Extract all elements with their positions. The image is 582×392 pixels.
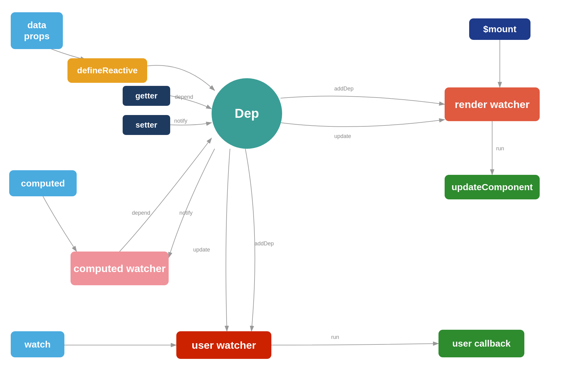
watch-label: watch <box>25 339 51 350</box>
getter-label: getter <box>135 91 157 101</box>
watch-node: watch <box>11 331 64 357</box>
computed-watcher-label: computed watcher <box>74 263 166 275</box>
mount-label: $mount <box>483 24 516 34</box>
dep-label: Dep <box>235 106 259 121</box>
user-watcher-label: user watcher <box>192 339 256 351</box>
computed-label: computed <box>21 178 65 189</box>
diagram-container: depend notify addDep update run depend n… <box>0 0 582 392</box>
user-callback-node: user callback <box>438 330 524 357</box>
label-notify-setter: notify <box>174 118 187 124</box>
label-notify-computed: notify <box>179 210 193 216</box>
setter-node: setter <box>123 115 170 135</box>
define-reactive-node: defineReactive <box>67 58 147 83</box>
label-run-user: run <box>331 334 339 340</box>
data-props-label: data props <box>24 20 49 42</box>
update-component-node: updateComponent <box>445 175 540 199</box>
getter-node: getter <box>123 86 170 106</box>
label-depend-computed: depend <box>132 210 150 216</box>
label-addDep-render: addDep <box>334 86 354 92</box>
user-callback-label: user callback <box>452 338 511 349</box>
mount-node: $mount <box>469 18 530 40</box>
data-props-node: data props <box>11 12 63 49</box>
dep-node: Dep <box>212 78 282 149</box>
user-watcher-node: user watcher <box>176 331 271 359</box>
computed-watcher-node: computed watcher <box>71 252 169 285</box>
computed-node: computed <box>9 170 77 196</box>
label-update-render: update <box>334 133 351 139</box>
update-component-label: updateComponent <box>452 182 533 192</box>
label-update-user: update <box>193 247 210 253</box>
render-watcher-label: render watcher <box>455 98 530 110</box>
setter-label: setter <box>136 120 157 130</box>
define-reactive-label: defineReactive <box>77 66 138 75</box>
render-watcher-node: render watcher <box>445 87 540 121</box>
label-addDep-user: addDep <box>255 240 274 247</box>
label-depend-getter: depend <box>175 94 193 100</box>
label-run-render: run <box>496 145 504 152</box>
